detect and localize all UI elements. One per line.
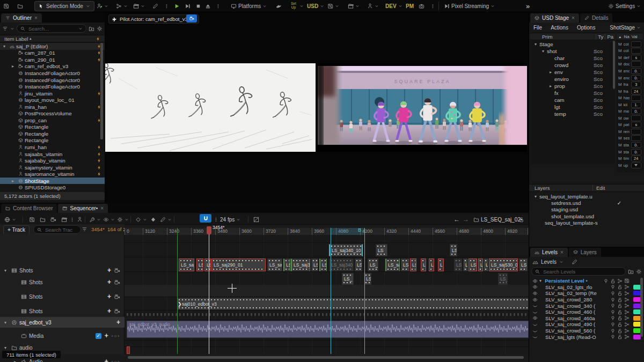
add-track-button[interactable]: + Track bbox=[3, 225, 30, 234]
metadata-row[interactable]: M sta 0. bbox=[617, 142, 643, 149]
outliner-row[interactable]: layout_move_loc_ 01 bbox=[0, 97, 105, 104]
metadata-value[interactable] bbox=[631, 95, 641, 101]
shot-clip[interactable]: LS_saj340 bbox=[329, 258, 354, 271]
render-options-icon[interactable] bbox=[70, 215, 75, 224]
metadata-row[interactable]: M has bbox=[617, 94, 643, 101]
timeline-ruler[interactable]: 0 3120 3240 3360 3480 3600 3720 3840 396… bbox=[125, 228, 529, 235]
shot-clip[interactable]: LS bbox=[410, 258, 416, 271]
blueprint-icon[interactable] bbox=[624, 284, 630, 290]
metadata-value[interactable] bbox=[631, 61, 641, 67]
metadata-value[interactable] bbox=[631, 162, 641, 168]
outliner-row[interactable]: prop_can bbox=[0, 117, 105, 124]
lock-icon[interactable] bbox=[617, 303, 623, 308]
setup-chevron-icon[interactable] bbox=[299, 2, 304, 10]
track-checkbox[interactable]: ✓ bbox=[96, 333, 101, 339]
blueprint-icon[interactable] bbox=[624, 315, 630, 321]
tab-content-browser[interactable]: Content Browser bbox=[1, 204, 57, 213]
outliner-settings-icon[interactable] bbox=[97, 26, 103, 32]
visibility-eye-icon[interactable] bbox=[532, 315, 538, 321]
blueprint-icon[interactable] bbox=[617, 278, 623, 284]
metadata-value[interactable] bbox=[631, 129, 641, 135]
visibility-eye-icon[interactable] bbox=[532, 284, 538, 290]
open-content-button[interactable] bbox=[17, 2, 23, 10]
camera-add-icon[interactable] bbox=[114, 294, 120, 300]
view-options-dropdown[interactable] bbox=[103, 215, 115, 224]
metadata-row[interactable]: M fra 3 bbox=[617, 81, 643, 88]
current-frame-value[interactable]: 3454* bbox=[91, 226, 105, 232]
levels-settings-icon[interactable] bbox=[636, 269, 642, 275]
metadata-value[interactable] bbox=[631, 48, 641, 54]
outliner-row[interactable]: cam_290_01 bbox=[0, 56, 105, 63]
metadata-value[interactable]: 0. bbox=[631, 142, 641, 148]
level-row[interactable]: ▾ Persistent Level • bbox=[529, 278, 641, 284]
blueprint-icon[interactable] bbox=[624, 291, 630, 296]
levels-dropdown[interactable]: Levels bbox=[541, 259, 557, 265]
metadata-value[interactable]: 3 bbox=[631, 82, 641, 87]
blueprint-icon[interactable] bbox=[624, 297, 630, 302]
chevron-down-icon[interactable] bbox=[559, 260, 564, 264]
shot-clip[interactable]: LS_saj2 bbox=[179, 258, 194, 271]
dev-dropdown[interactable]: DEV bbox=[385, 2, 402, 10]
brush-button[interactable] bbox=[152, 2, 158, 10]
edit-mode-dropdown[interactable] bbox=[160, 215, 172, 224]
metadata-row[interactable]: M ses bbox=[617, 135, 643, 142]
level-color-swatch[interactable] bbox=[633, 322, 641, 327]
render-movie-button[interactable] bbox=[61, 215, 67, 224]
prim-row[interactable]: ▸ env Sco bbox=[530, 69, 615, 76]
visibility-eye-icon[interactable] bbox=[532, 328, 538, 334]
selection-mode-dropdown[interactable]: Selection Mode bbox=[34, 1, 94, 11]
level-color-swatch[interactable] bbox=[633, 316, 641, 321]
metadata-value[interactable]: 0. bbox=[631, 149, 641, 155]
track-row[interactable]: Shots + ‹○› bbox=[0, 291, 125, 302]
level-row[interactable]: SLV_saj_02_lgts_rlo bbox=[529, 284, 641, 291]
track-row[interactable]: Media ✓ + ‹○› bbox=[0, 330, 125, 341]
save-sequence-button[interactable] bbox=[29, 215, 35, 224]
metadata-value[interactable]: 0. bbox=[631, 108, 641, 114]
outliner-row[interactable]: InstancedFoliageActor0 bbox=[0, 83, 105, 90]
lighting-scenario-icon[interactable] bbox=[610, 328, 616, 334]
add-section-button[interactable]: + bbox=[105, 358, 108, 362]
level-color-swatch[interactable] bbox=[633, 285, 641, 290]
pilot-actor-bar[interactable]: Pilot Actor: cam_ref_edbot_v3 bbox=[108, 14, 199, 24]
prim-row[interactable]: ▸ prop Sco bbox=[530, 83, 615, 90]
add-section-button[interactable]: + bbox=[107, 278, 111, 286]
usd-dropdown[interactable]: USD bbox=[307, 2, 324, 10]
create-camera-button[interactable] bbox=[50, 215, 56, 224]
play-button[interactable] bbox=[174, 2, 180, 10]
lock-icon[interactable] bbox=[617, 284, 623, 290]
level-row[interactable]: SLV_saj_crowd_490 ( bbox=[529, 321, 641, 328]
outliner-row[interactable]: PostProcessVolume bbox=[0, 110, 105, 117]
close-icon[interactable]: × bbox=[560, 249, 564, 255]
level-row[interactable]: SLV_saj_lgts (Read-O bbox=[529, 334, 641, 340]
outliner-row[interactable]: InstancedFoliageActor0 bbox=[0, 77, 105, 84]
tab-usd-stage[interactable]: USD Stage × bbox=[530, 13, 579, 23]
lock-icon[interactable] bbox=[617, 297, 623, 302]
metadata-row[interactable]: M kil 1. bbox=[617, 101, 643, 108]
shot-clip[interactable]: LS bbox=[401, 258, 409, 271]
shot-clip[interactable]: LS bbox=[454, 258, 462, 271]
usd-layer-row[interactable]: staging.usd bbox=[529, 206, 644, 213]
playhead-line[interactable] bbox=[209, 228, 209, 354]
level-color-swatch[interactable] bbox=[633, 309, 641, 314]
new-folder-icon[interactable] bbox=[89, 26, 94, 32]
blueprint-icon[interactable] bbox=[624, 309, 630, 315]
shot-clip[interactable]: LS_ bbox=[342, 273, 354, 285]
outliner-row[interactable]: cam_287_01 bbox=[0, 50, 105, 57]
outliner-row[interactable]: jinu_vitamin bbox=[0, 90, 105, 97]
lighting-scenario-icon[interactable] bbox=[603, 278, 609, 284]
nav-forward-button[interactable]: → bbox=[463, 215, 469, 224]
new-folder-icon[interactable] bbox=[628, 269, 634, 275]
edit-levels-icon[interactable] bbox=[572, 259, 577, 265]
step-forward-button[interactable] bbox=[185, 2, 191, 10]
outliner-row[interactable]: SPIUSDStorage0 bbox=[0, 184, 105, 191]
outliner-row[interactable]: Rectangle bbox=[0, 124, 105, 131]
metadata-row[interactable]: M col bbox=[617, 48, 643, 55]
menu-file[interactable]: File bbox=[529, 25, 546, 31]
metadata-row[interactable]: M fra 24 bbox=[617, 88, 643, 95]
metadata-value[interactable]: 0. bbox=[631, 75, 641, 81]
selection-start-line[interactable] bbox=[331, 228, 331, 354]
outliner-header[interactable]: Item Label ▴ bbox=[0, 35, 105, 42]
metadata-row[interactable]: M tim 24 bbox=[617, 155, 643, 162]
shot-clip[interactable]: LS_ bbox=[355, 258, 362, 271]
lighting-scenario-icon[interactable] bbox=[610, 297, 616, 302]
